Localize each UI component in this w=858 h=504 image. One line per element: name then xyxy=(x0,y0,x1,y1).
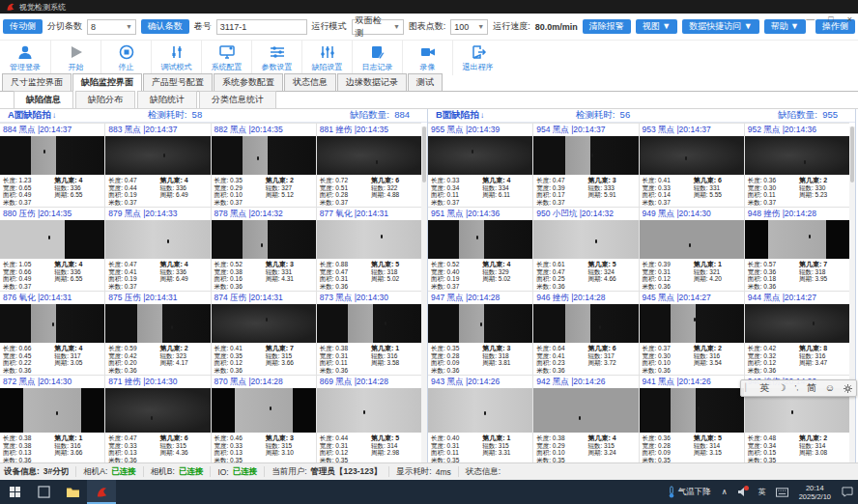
defect-thumbnail[interactable] xyxy=(212,136,316,175)
start-button[interactable] xyxy=(0,480,29,504)
action-log-button[interactable]: 日志记录 xyxy=(352,41,402,75)
action-debug-sliders-button[interactable]: 调试模式 xyxy=(151,41,201,75)
defect-cell[interactable]: 875 压伤 |20:14:31长度: 0.59宽度: 0.42面积: 0.20… xyxy=(105,292,210,375)
clear-alarm-button[interactable]: 清除报警 xyxy=(583,19,631,34)
defect-thumbnail[interactable] xyxy=(640,220,744,259)
main-tab-6[interactable]: 测试 xyxy=(408,73,443,91)
slit-count-select[interactable]: 8▼ xyxy=(87,19,136,35)
defect-cell[interactable]: 949 黑点 |20:14:30长度: 0.39宽度: 0.31面积: 0.12… xyxy=(640,208,744,291)
defect-cell[interactable]: 943 黑点 |20:14:26长度: 0.40宽度: 0.31面积: 0.11… xyxy=(428,376,532,463)
defect-thumbnail[interactable] xyxy=(317,220,421,259)
panel-scrollbar[interactable] xyxy=(421,126,427,462)
action-user-button[interactable]: 管理登录 xyxy=(0,41,50,75)
defect-thumbnail[interactable] xyxy=(105,136,210,175)
drive-side-button[interactable]: 传动侧 xyxy=(3,19,43,34)
run-mode-select[interactable]: 双面检测▼ xyxy=(352,19,404,35)
defect-thumbnail[interactable] xyxy=(0,388,104,433)
defect-cell[interactable]: 871 挫伤 |20:14:30长度: 0.47宽度: 0.33面积: 0.13… xyxy=(105,376,210,463)
tray-expand-button[interactable]: ∧ xyxy=(717,480,732,504)
action-play-button[interactable]: 开始 xyxy=(50,41,100,75)
action-stop-button[interactable]: 停止 xyxy=(100,41,151,75)
defect-cell[interactable]: 944 黑点 |20:14:27长度: 0.42宽度: 0.32面积: 0.12… xyxy=(745,292,849,375)
defect-thumbnail[interactable] xyxy=(317,388,421,433)
main-tab-1[interactable]: 缺陷监控界面 xyxy=(72,73,142,92)
language-indicator[interactable]: 英 xyxy=(754,480,771,504)
defect-cell[interactable]: 869 黑点 |20:14:28长度: 0.44宽度: 0.31面积: 0.12… xyxy=(317,376,421,463)
main-tab-5[interactable]: 边缘数据记录 xyxy=(337,73,407,91)
main-tab-4[interactable]: 状态信息 xyxy=(284,73,336,91)
defect-cell[interactable]: 942 黑点 |20:14:26长度: 0.38宽度: 0.29面积: 0.10… xyxy=(533,376,638,463)
volume-button[interactable] xyxy=(732,480,754,504)
defect-thumbnail[interactable] xyxy=(0,136,104,175)
defect-cell[interactable]: 947 黑点 |20:14:28长度: 0.35宽度: 0.28面积: 0.09… xyxy=(428,292,532,375)
defect-cell[interactable]: 946 挫伤 |20:14:28长度: 0.64宽度: 0.41面积: 0.23… xyxy=(533,292,638,375)
action-defect-sliders-button[interactable]: 缺陷设置 xyxy=(301,41,352,75)
defect-thumbnail[interactable] xyxy=(105,220,210,259)
help-menu-button[interactable]: 帮助 ▼ xyxy=(764,19,806,34)
ime-simplified-toggle[interactable]: 简 xyxy=(807,383,816,393)
view-menu-button[interactable]: 视图 ▼ xyxy=(636,19,677,34)
defect-thumbnail[interactable] xyxy=(212,304,316,343)
defect-cell[interactable]: 876 氧化 |20:14:31长度: 0.66宽度: 0.45面积: 0.22… xyxy=(0,292,104,375)
defect-cell[interactable]: 870 黑点 |20:14:28长度: 0.46宽度: 0.33面积: 0.13… xyxy=(212,376,316,463)
defect-cell[interactable]: 882 黑点 |20:14:35长度: 0.35宽度: 0.29面积: 0.10… xyxy=(212,124,316,207)
sub-tab-0[interactable]: 缺陷信息 xyxy=(14,91,73,108)
defect-cell[interactable]: 884 黑点 |20:14:37长度: 1.23宽度: 0.65面积: 0.49… xyxy=(0,124,104,207)
defect-cell[interactable]: 954 黑点 |20:14:37长度: 0.47宽度: 0.39面积: 0.17… xyxy=(533,124,638,207)
weather-widget[interactable]: 气温下降 xyxy=(662,486,717,498)
main-tab-2[interactable]: 产品型号配置 xyxy=(143,73,213,91)
defect-thumbnail[interactable] xyxy=(317,136,421,175)
defect-thumbnail[interactable] xyxy=(533,304,638,343)
roll-number-input[interactable]: 3117-1 xyxy=(216,19,307,35)
defect-cell[interactable]: 883 黑点 |20:14:37长度: 0.47宽度: 0.44面积: 0.19… xyxy=(105,124,210,207)
defect-thumbnail[interactable] xyxy=(0,220,104,259)
confirm-count-button[interactable]: 确认条数 xyxy=(141,19,189,34)
taskbar-clock[interactable]: 20:14 2025/2/10 xyxy=(793,484,837,501)
defect-cell[interactable]: 874 压伤 |20:14:31长度: 0.41宽度: 0.35面积: 0.12… xyxy=(212,292,316,375)
defect-thumbnail[interactable] xyxy=(745,220,849,259)
inspection-app-button[interactable] xyxy=(87,480,116,504)
data-quick-access-button[interactable]: 数据快捷访问 ▼ xyxy=(682,19,758,34)
defect-thumbnail[interactable] xyxy=(212,388,316,433)
defect-cell[interactable]: 941 黑点 |20:14:26长度: 0.36宽度: 0.28面积: 0.09… xyxy=(640,376,744,463)
close-button[interactable]: × xyxy=(847,14,852,24)
action-exit-button[interactable]: 退出程序 xyxy=(452,41,502,75)
defect-cell[interactable]: 945 黑点 |20:14:27长度: 0.37宽度: 0.30面积: 0.10… xyxy=(640,292,744,375)
ime-punctuation-toggle[interactable]: ’, xyxy=(794,384,798,392)
main-tab-3[interactable]: 系统参数配置 xyxy=(214,73,283,91)
ime-lang-toggle[interactable]: 英 xyxy=(759,383,769,393)
defect-thumbnail[interactable] xyxy=(105,304,210,343)
task-view-button[interactable] xyxy=(29,480,58,504)
defect-cell[interactable]: 879 黑点 |20:14:33长度: 0.47宽度: 0.41面积: 0.19… xyxy=(105,208,210,291)
defect-thumbnail[interactable] xyxy=(745,304,849,343)
defect-thumbnail[interactable] xyxy=(105,388,210,433)
defect-cell[interactable]: 953 黑点 |20:14:37长度: 0.41宽度: 0.33面积: 0.14… xyxy=(640,124,744,207)
maximize-button[interactable]: □ xyxy=(828,14,833,24)
touch-keyboard-button[interactable] xyxy=(771,480,793,504)
defect-cell[interactable]: 881 挫伤 |20:14:35长度: 0.72宽度: 0.51面积: 0.28… xyxy=(317,124,421,207)
defect-thumbnail[interactable] xyxy=(640,136,744,175)
minimize-button[interactable]: — xyxy=(806,14,815,24)
defect-thumbnail[interactable] xyxy=(428,136,532,175)
ime-drag-handle[interactable]: ▏ xyxy=(745,384,751,392)
defect-thumbnail[interactable] xyxy=(533,136,638,175)
emoji-icon[interactable]: ☺ xyxy=(825,383,835,393)
defect-cell[interactable]: 951 黑点 |20:14:36长度: 0.52宽度: 0.40面积: 0.19… xyxy=(428,208,532,291)
defect-cell[interactable]: 878 黑点 |20:14:32长度: 0.52宽度: 0.38面积: 0.16… xyxy=(212,208,316,291)
file-explorer-button[interactable] xyxy=(58,480,87,504)
chart-points-select[interactable]: 100▼ xyxy=(450,19,488,35)
moon-icon[interactable]: ☽ xyxy=(778,383,786,393)
defect-thumbnail[interactable] xyxy=(745,136,849,175)
panel-scrollbar[interactable] xyxy=(849,126,855,462)
defect-cell[interactable]: 880 压伤 |20:14:35长度: 1.05宽度: 0.66面积: 0.49… xyxy=(0,208,104,291)
defect-cell[interactable]: 948 挫伤 |20:14:28长度: 0.57宽度: 0.36面积: 0.18… xyxy=(745,208,849,291)
scrollbar-thumb[interactable] xyxy=(422,126,426,182)
action-camera-button[interactable]: 录像 xyxy=(402,41,452,75)
defect-cell[interactable]: 955 黑点 |20:14:39长度: 0.33宽度: 0.34面积: 0.11… xyxy=(428,124,532,207)
defect-cell[interactable]: 950 小凹坑 |20:14:32长度: 0.61宽度: 0.47面积: 0.2… xyxy=(533,208,638,291)
defect-thumbnail[interactable] xyxy=(428,304,532,343)
defect-thumbnail[interactable] xyxy=(428,388,532,433)
defect-thumbnail[interactable] xyxy=(0,304,104,343)
sub-tab-2[interactable]: 缺陷统计 xyxy=(137,91,197,108)
action-monitor-button[interactable]: 系统配置 xyxy=(201,41,251,75)
